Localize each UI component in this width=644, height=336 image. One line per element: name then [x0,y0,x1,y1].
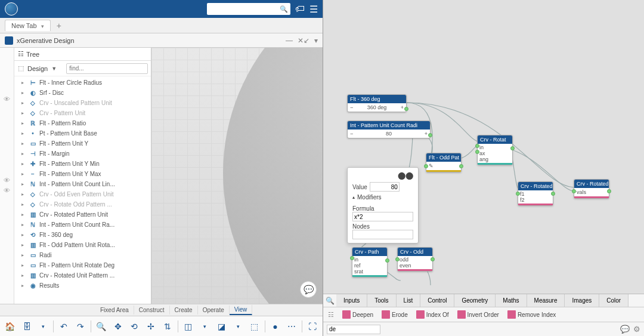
category-tab[interactable]: Color [599,294,628,307]
ribbon-tab[interactable]: Fixed Area [95,306,134,315]
category-tab[interactable]: Inputs [336,294,367,307]
tree-item[interactable]: ▸◇Crv - Pattern Unit [14,108,151,118]
ribbon-tab[interactable]: Operate [198,306,230,315]
tree-item[interactable]: ▸•Pt - Pattern Unit Base [14,128,151,138]
minimize-icon[interactable]: — [286,36,293,45]
minus-icon[interactable]: − [350,131,353,137]
node-graph-canvas[interactable]: Flt - 360 deg −360 deg+ Int - Pattern Un… [323,0,644,294]
value-input[interactable] [370,182,400,192]
minus-icon[interactable]: − [350,104,353,110]
caret-icon[interactable]: ▸ [21,242,26,248]
category-tab[interactable]: Measure [527,294,565,307]
collapse-icon[interactable]: ✕↙ [298,36,309,45]
tree-item[interactable]: ▸▥Crv - Rotated Pattern Unit [14,209,151,220]
tree-item[interactable]: ▸⊣Flt - Margin [14,149,151,159]
operation-button[interactable]: Deepen [342,310,373,319]
wireframe-icon[interactable]: ⬚ [248,320,261,333]
operation-button[interactable]: Index Of [416,310,449,319]
tab-new[interactable]: New Tab ▾ [5,20,51,31]
plus-icon[interactable]: + [425,131,428,137]
category-tab[interactable]: Tools [367,294,396,307]
tree-item[interactable]: ▸ℕInt - Pattern Unit Count Lin... [14,179,151,189]
edit-icon[interactable]: ✎ [429,163,434,169]
global-search-input[interactable] [209,6,280,13]
expand-icon[interactable]: ⛶ [306,320,319,333]
node-crv-rotat[interactable]: Crv - Rotat in ax ang [477,135,513,165]
caret-icon[interactable]: ▸ [21,100,26,106]
tree-item[interactable]: ▸▥Crv - Rotated Unit Pattern ... [14,270,151,280]
global-search[interactable]: 🔍 [207,3,290,15]
tree-item[interactable]: ▸ℕInt - Pattern Unit Count Ra... [14,220,151,230]
tree-item[interactable]: ▸◇Crv - Odd Even Pattern Unit [14,189,151,199]
caret-icon[interactable]: ▸ [21,181,26,187]
operation-button[interactable]: Remove Index [507,310,556,319]
visibility-toggle-icon[interactable]: 👁 [0,177,14,187]
category-tab[interactable]: Maths [496,294,527,307]
node-crv-odd[interactable]: Crv - Odd odd even [397,247,433,272]
category-tab[interactable]: Control [420,294,454,307]
sphere-icon[interactable]: ● [269,320,282,333]
3d-viewport[interactable]: 💬 [151,48,323,304]
caret-icon[interactable]: ▸ [21,192,26,197]
tree-list[interactable]: ▸⊢Flt - Inner Circle Radius▸◐Srf - Disc▸… [14,76,151,304]
rotate-icon[interactable]: ⟲ [128,320,141,333]
ribbon-tab[interactable]: View [230,305,253,315]
node-crv-path[interactable]: Crv - Path in ref srat [352,247,388,278]
category-tab[interactable]: Images [565,294,599,307]
caret-icon[interactable]: ▸ [21,151,26,156]
value-popup[interactable]: ⬤⬤ Value ▴Modifiers Formula Nodes [347,167,419,243]
visibility-toggle-icon[interactable]: 👁 [0,95,14,106]
shaded-dropdown-icon[interactable]: ▾ [231,320,244,333]
caret-icon[interactable]: ▸ [21,212,26,217]
menu-icon[interactable]: ☰ [309,4,318,15]
redo-icon[interactable]: ↷ [74,320,87,333]
node-crv-rotated-2[interactable]: Crv - Rotated vals [574,179,609,199]
tree-item[interactable]: ▸⟲Flt - 360 deg [14,230,151,240]
tree-item[interactable]: ▸✚Flt - Pattern Unit Y Min [14,159,151,169]
home-icon[interactable]: 🏠 [4,320,17,333]
search-icon[interactable]: 🔍 [323,297,336,305]
tree-item[interactable]: ▸◇Crv - Unscaled Pattern Unit [14,98,151,108]
caret-icon[interactable]: ▸ [21,222,26,227]
tree-item[interactable]: ▸◇Crv - Rotate Odd Pattern ... [14,199,151,209]
plus-icon[interactable]: + [401,104,404,110]
tree-item[interactable]: ▸▭Radi [14,250,151,260]
chevron-down-icon[interactable]: ▾ [314,36,318,45]
caret-icon[interactable]: ▸ [21,121,26,126]
ribbon-tab[interactable]: Construct [134,306,170,315]
tree-item[interactable]: ▸▥Flt - Odd Pattern Unit Rota... [14,240,151,250]
caret-icon[interactable]: ▸ [21,202,26,207]
design-dropdown-icon[interactable]: ▼ [51,66,57,72]
formula-input[interactable] [352,212,413,221]
caret-icon[interactable]: ▸ [21,80,26,85]
caret-icon[interactable]: ▸ [21,141,26,146]
tree-item[interactable]: ▸◐Srf - Disc [14,88,151,98]
caret-icon[interactable]: ▸ [21,273,26,278]
pan-icon[interactable]: ✥ [112,320,125,333]
tree-item[interactable]: ▸▭Flt - Pattern Unit Y [14,138,151,149]
operation-button[interactable]: Erode [382,310,408,319]
collapse-caret-icon[interactable]: ▴ [352,195,355,200]
chevron-down-icon[interactable]: ▾ [41,23,44,29]
move-icon[interactable]: ✢ [144,320,157,333]
zoom-fit-icon[interactable]: 🔍 [95,320,108,333]
db-dropdown-icon[interactable]: ▾ [37,320,50,333]
node-crv-rotated-1[interactable]: Crv - Rotated f1 f2 [518,181,553,206]
caret-icon[interactable]: ▸ [21,263,26,268]
caret-icon[interactable]: ▸ [21,131,26,136]
caret-icon[interactable]: ▸ [21,171,26,177]
caret-icon[interactable]: ▸ [21,252,26,258]
cube-icon[interactable]: ◫ [182,320,195,333]
node-int-pattern-count[interactable]: Int - Pattern Unit Count Radi −80+ [347,121,431,138]
find-input[interactable] [66,63,148,74]
settings-icon[interactable]: ⚙ [633,325,640,334]
shaded-cube-icon[interactable]: ◪ [215,320,228,333]
caret-icon[interactable]: ▸ [21,90,26,95]
filter-input[interactable] [327,325,380,334]
undo-icon[interactable]: ↶ [57,320,70,333]
ribbon-tab[interactable]: Create [170,306,198,315]
nodes-input[interactable] [352,230,413,239]
dots-icon[interactable]: ⋯ [285,320,298,333]
visibility-toggle-icon[interactable]: 👁 [0,187,14,197]
tree-item[interactable]: ▸−Flt - Pattern Unit Y Max [14,169,151,179]
